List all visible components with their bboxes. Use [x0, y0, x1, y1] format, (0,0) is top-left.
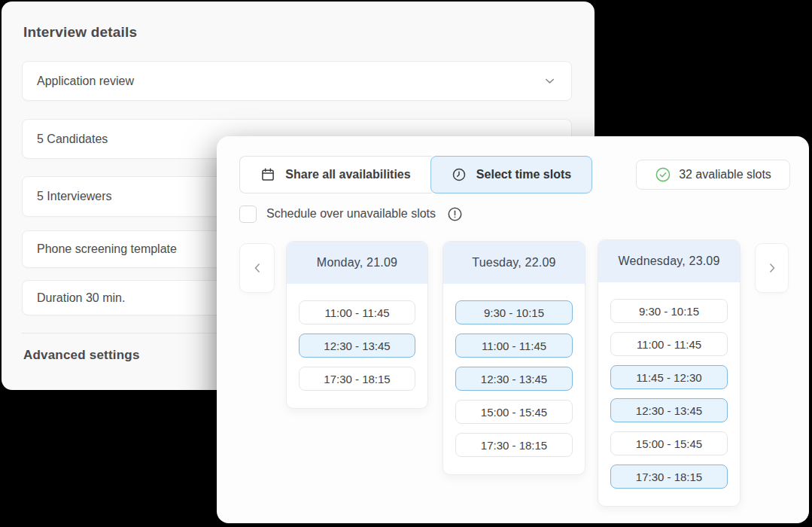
day-column-tuesday: Tuesday, 22.09 9:30 - 10:15 11:00 - 11:4…: [442, 241, 585, 475]
slot-list: 11:00 - 11:45 12:30 - 13:45 17:30 - 18:1…: [287, 284, 427, 408]
time-slot[interactable]: 15:00 - 15:45: [455, 400, 573, 424]
time-slot[interactable]: 11:00 - 11:45: [610, 332, 728, 356]
day-column-monday: Monday, 21.09 11:00 - 11:45 12:30 - 13:4…: [286, 241, 428, 409]
chevron-left-icon: [250, 260, 265, 276]
duration-value: Duration 30 min.: [37, 291, 125, 305]
time-slot[interactable]: 9:30 - 10:15: [455, 300, 573, 324]
candidates-value: 5 Candidates: [37, 133, 108, 146]
tab-label: Share all availabilities: [285, 168, 410, 181]
availability-tabs: Share all availabilities Select time slo…: [239, 156, 592, 193]
template-value: Phone screening template: [37, 242, 177, 256]
time-slot[interactable]: 12:30 - 13:45: [455, 367, 573, 391]
tab-select-time-slots[interactable]: Select time slots: [430, 156, 592, 193]
interview-type-value: Application review: [37, 75, 134, 88]
time-slot[interactable]: 11:00 - 11:45: [455, 334, 573, 358]
slot-list: 9:30 - 10:15 11:00 - 11:45 11:45 - 12:30…: [598, 282, 740, 506]
day-header: Monday, 21.09: [287, 242, 427, 284]
available-slots-badge: 32 avaliable slots: [636, 160, 790, 190]
time-slot[interactable]: 11:00 - 11:45: [299, 300, 415, 324]
check-circle-icon: [655, 166, 671, 183]
time-slot[interactable]: 15:00 - 15:45: [610, 431, 728, 455]
day-column-wednesday: Wednesday, 23.09 9:30 - 10:15 11:00 - 11…: [598, 239, 741, 507]
day-header: Tuesday, 22.09: [443, 242, 585, 284]
previous-days-button[interactable]: [239, 243, 275, 293]
time-slot[interactable]: 17:30 - 18:15: [455, 433, 573, 457]
advanced-settings-link[interactable]: Advanced settings: [23, 348, 140, 363]
available-slots-text: 32 avaliable slots: [679, 168, 771, 181]
time-slot[interactable]: 12:30 - 13:45: [299, 334, 415, 358]
checkbox-label: Schedule over unavailable slots: [266, 207, 436, 221]
chevron-right-icon: [765, 260, 780, 276]
interview-type-select[interactable]: Application review: [22, 61, 572, 101]
interviewers-value: 5 Interviewers: [37, 190, 112, 203]
alert-circle-icon[interactable]: [447, 206, 463, 222]
page-title: Interview details: [23, 24, 137, 41]
slot-list: 9:30 - 10:15 11:00 - 11:45 12:30 - 13:45…: [443, 284, 585, 474]
chevron-down-icon: [543, 74, 557, 88]
calendar-icon: [260, 167, 275, 182]
schedule-over-unavailable-checkbox[interactable]: [239, 206, 257, 223]
scheduler-card: Share all availabilities Select time slo…: [217, 136, 809, 523]
tab-share-all-availabilities[interactable]: Share all availabilities: [239, 156, 431, 193]
day-header: Wednesday, 23.09: [598, 240, 740, 282]
next-days-button[interactable]: [755, 243, 789, 293]
clock-icon: [452, 167, 467, 182]
tab-label: Select time slots: [476, 168, 571, 181]
time-slot[interactable]: 17:30 - 18:15: [299, 367, 415, 391]
time-slot[interactable]: 12:30 - 13:45: [610, 398, 728, 422]
schedule-over-unavailable-row: Schedule over unavailable slots: [239, 204, 463, 224]
time-slot[interactable]: 11:45 - 12:30: [610, 365, 728, 389]
time-slot[interactable]: 9:30 - 10:15: [610, 299, 728, 323]
time-slot[interactable]: 17:30 - 18:15: [610, 465, 728, 489]
